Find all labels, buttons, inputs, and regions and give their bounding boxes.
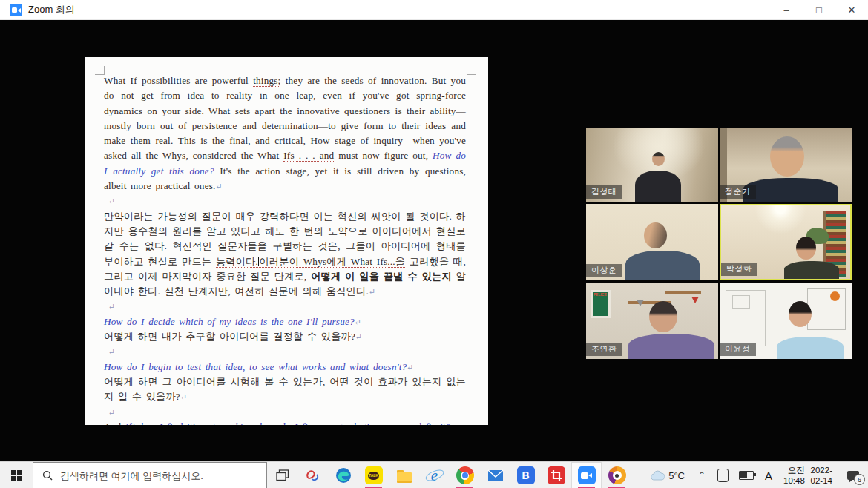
- english-paragraph: What If possibilities are powerful thing…: [104, 73, 466, 194]
- participant-name-label: 조연환: [586, 343, 622, 356]
- shared-document-page: What If possibilities are powerful thing…: [85, 57, 488, 425]
- notification-count-badge: 6: [854, 474, 865, 485]
- paragraph-mark: ↵: [369, 287, 375, 296]
- participant-name-label: 김성태: [586, 185, 622, 199]
- participant-name-label: 이윤정: [720, 343, 756, 356]
- maximize-button[interactable]: □: [803, 0, 835, 19]
- taskbar-app-edge[interactable]: [328, 462, 358, 488]
- action-center-button[interactable]: 6: [838, 462, 868, 488]
- page-corner-mark: [467, 74, 476, 75]
- video-tile-iyunjeong[interactable]: 이윤정: [720, 283, 852, 359]
- weather-widget[interactable]: 5°C: [651, 462, 692, 488]
- wall-poster: FELICE: [591, 290, 611, 318]
- taskbar-app-norton[interactable]: [602, 462, 632, 488]
- zoom-icon: [578, 466, 596, 484]
- video-tile-parkjeonghwa-active-speaker[interactable]: 박정화: [720, 204, 852, 280]
- participant-video: [789, 301, 812, 327]
- empty-line: ↵: [104, 299, 466, 314]
- mail-icon: [487, 466, 504, 484]
- illustrated-sun: [830, 291, 840, 301]
- video-tile-jeongsungi[interactable]: 정순기: [720, 128, 852, 202]
- participant-video: [644, 222, 667, 248]
- windows-taskbar: TALK e B: [0, 461, 868, 488]
- paragraph-mark: ↵: [216, 182, 223, 191]
- taskbar-app-file-explorer[interactable]: [389, 462, 419, 488]
- taskbar-app-internet-explorer[interactable]: e: [419, 462, 450, 488]
- edge-icon: [335, 466, 352, 484]
- illustrated-background: [726, 290, 766, 346]
- zoom-app-icon: [10, 4, 22, 16]
- date-label: 2022-02-14: [805, 465, 832, 486]
- document-text: What If possibilities are powerful thing…: [104, 73, 466, 425]
- spellcheck-underline: 만약이라는: [104, 211, 154, 222]
- question-3-en: And if/when I find it's not working, how…: [104, 420, 466, 425]
- page-corner-mark: [95, 74, 104, 75]
- search-input[interactable]: [59, 469, 247, 482]
- bunting-flag: [691, 297, 699, 303]
- chrome-icon: [456, 466, 474, 484]
- video-tile-joyeonhwan[interactable]: FELICE 조연환: [586, 283, 718, 359]
- taskbar-app-zoom[interactable]: [571, 462, 602, 488]
- start-button[interactable]: [0, 462, 33, 488]
- bandizip-icon: B: [517, 466, 535, 484]
- bandicut-crop-icon: [548, 466, 565, 484]
- question-1-en: How do I decide which of my ideas is the…: [104, 314, 466, 329]
- empty-line: ↵: [104, 194, 466, 208]
- temperature-label: 5°C: [668, 470, 685, 481]
- participant-name-label: 정순기: [720, 185, 756, 199]
- taskbar-app-chrome[interactable]: [450, 462, 480, 488]
- windows-logo-icon: [11, 470, 22, 481]
- spellcheck-underline: 여러분이 Whys에게 What Ifs...을: [259, 256, 405, 268]
- bold-text: 어떻게 이 일을 끝낼 수 있는지: [311, 271, 452, 282]
- taskbar-app-hancom-office[interactable]: [297, 462, 328, 488]
- video-tile-isanghun[interactable]: 이상훈: [586, 204, 718, 280]
- task-view-button[interactable]: [267, 462, 297, 488]
- empty-line: ↵: [104, 405, 466, 420]
- participant-name-label: 박정화: [721, 263, 757, 276]
- spellcheck-underline: 능력이다.: [216, 256, 258, 268]
- bunting-flag: [637, 300, 644, 306]
- meeting-content-area: What If possibilities are powerful thing…: [0, 20, 868, 461]
- spellcheck-underline: Ifs . . . and: [283, 150, 334, 162]
- participant-video: [796, 237, 816, 260]
- window-titlebar: Zoom 회의 – □ ✕: [0, 0, 868, 20]
- video-tile-kimseongtae[interactable]: 김성태: [586, 128, 718, 202]
- taskbar-app-kakaotalk[interactable]: TALK: [358, 462, 389, 488]
- window-title: Zoom 회의: [28, 3, 75, 16]
- participant-video: [652, 152, 665, 166]
- search-icon: [42, 470, 53, 481]
- kakaotalk-icon: TALK: [365, 466, 383, 484]
- taskbar-search-box[interactable]: [33, 462, 267, 488]
- spellcheck-underline: things;: [253, 75, 280, 87]
- participant-name-label: 이상훈: [586, 264, 622, 277]
- video-gallery: 김성태 정순기 이상훈 박정화 FELICE 조연: [586, 128, 852, 359]
- time-label: 오전 10:48: [779, 465, 805, 486]
- question-1-ko: 어떻게 하면 내가 추구할 아이디어를 결정할 수 있을까?↵: [104, 329, 466, 344]
- cloud-icon: [651, 470, 665, 481]
- ime-indicator[interactable]: A: [758, 462, 779, 488]
- task-view-icon: [276, 469, 289, 481]
- your-phone-icon[interactable]: [711, 462, 734, 488]
- empty-line: ↵: [104, 344, 466, 359]
- norton-security-icon: [608, 466, 626, 484]
- taskbar-app-bandizip[interactable]: B: [510, 462, 541, 488]
- tray-overflow-chevron[interactable]: ⌃: [692, 462, 711, 488]
- battery-icon[interactable]: [734, 462, 758, 488]
- taskbar-app-mail[interactable]: [480, 462, 510, 488]
- hancom-office-icon: [304, 466, 322, 484]
- question-2-en: How do I begin to test that idea, to see…: [104, 360, 466, 375]
- clock[interactable]: 오전 10:48 2022-02-14: [779, 462, 832, 488]
- participant-video: [649, 301, 677, 332]
- illustrated-window: [807, 288, 846, 330]
- internet-explorer-icon: e: [426, 466, 444, 484]
- minimize-button[interactable]: –: [770, 0, 803, 19]
- participant-video: [770, 136, 804, 177]
- wall-shelf: [665, 291, 701, 294]
- system-tray: 5°C ⌃ A 오전 10:48 2022-02-14 6: [651, 462, 868, 488]
- close-button[interactable]: ✕: [835, 0, 868, 19]
- taskbar-app-bandicut[interactable]: [541, 462, 571, 488]
- file-explorer-icon: [395, 466, 413, 484]
- korean-paragraph: 만약이라는 가능성의 질문이 매우 강력하다면 이는 혁신의 씨앗이 될 것이다…: [104, 209, 466, 300]
- question-2-ko: 어떻게 하면 그 아이디어를 시험해 볼 수 있는가, 어떤 것이 효과가 있는…: [104, 375, 466, 405]
